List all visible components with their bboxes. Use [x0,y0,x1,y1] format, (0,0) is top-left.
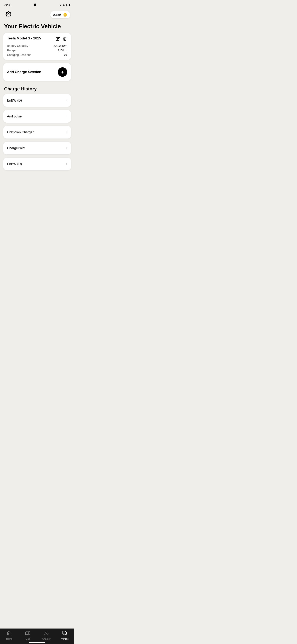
history-item-label: Unknown Charger [7,130,34,134]
history-item-label: ChargePoint [7,146,25,150]
charge-history-list: EnBW (D)›Aral pulse›Unknown Charger›Char… [0,94,74,170]
svg-point-0 [8,14,9,15]
add-session-card[interactable]: Add Charge Session + [3,63,71,81]
history-item[interactable]: Unknown Charger› [3,126,71,138]
delete-vehicle-button[interactable] [62,36,67,41]
chevron-right-icon: › [66,98,67,102]
history-item[interactable]: EnBW (D)› [3,158,71,170]
wallet-badge[interactable]: 2.15K 🪙 [50,11,70,18]
charging-sessions-row: Charging Sessions 24 [7,53,67,56]
history-item-label: EnBW (D) [7,162,22,166]
vehicle-name: Tesla Model S - 2015 [7,36,41,40]
vehicle-card-header: Tesla Model S - 2015 [7,36,67,41]
status-icons: LTE ▲ ▮ [60,3,70,6]
plus-icon: + [61,69,64,75]
main-content: Your Electric Vehicle Tesla Model S - 20… [0,21,74,191]
vehicle-card: Tesla Model S - 2015 [3,33,71,60]
status-time: 7:48 [4,3,10,6]
chevron-right-icon: › [66,162,67,166]
range-value: 215 km [58,49,67,52]
add-session-button[interactable]: + [58,67,67,77]
wallet-balance: 2.15K [53,13,61,16]
charging-sessions-value: 24 [64,53,67,56]
header: 2.15K 🪙 [0,8,74,21]
chevron-right-icon: › [66,114,67,118]
status-bar: 7:48 LTE ▲ ▮ [0,0,74,8]
edit-vehicle-button[interactable] [55,36,60,41]
settings-button[interactable] [4,10,13,19]
vehicle-actions [55,36,67,41]
history-item-label: EnBW (D) [7,99,22,102]
gear-icon [5,11,11,18]
add-session-label: Add Charge Session [7,70,41,74]
vehicle-details: Battery Capacity 222.0 kWh Range 215 km … [7,44,67,56]
range-label: Range [7,49,15,52]
chevron-right-icon: › [66,130,67,134]
battery-capacity-label: Battery Capacity [7,44,28,48]
range-row: Range 215 km [7,49,67,52]
battery-icon: ▮ [69,3,70,6]
history-item[interactable]: ChargePoint› [3,142,71,154]
chevron-right-icon: › [66,146,67,150]
charge-history-title: Charge History [0,84,74,94]
battery-capacity-row: Battery Capacity 222.0 kWh [7,44,67,48]
wallet-icon: 🪙 [63,13,67,17]
camera-dot [34,4,36,6]
signal-icon: ▲ [65,3,68,6]
charging-sessions-label: Charging Sessions [7,53,31,56]
history-item[interactable]: EnBW (D)› [3,94,71,107]
history-item[interactable]: Aral pulse› [3,110,71,122]
page-title: Your Electric Vehicle [0,21,74,33]
network-type: LTE [60,3,65,6]
history-item-label: Aral pulse [7,114,22,118]
status-center [34,4,36,6]
battery-capacity-value: 222.0 kWh [53,44,67,48]
